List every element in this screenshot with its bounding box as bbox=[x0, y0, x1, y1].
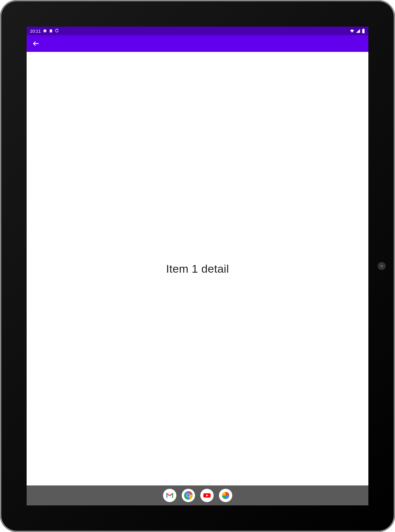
tablet-camera bbox=[378, 262, 386, 270]
svg-text:A: A bbox=[44, 30, 46, 32]
back-button[interactable] bbox=[31, 38, 41, 49]
chrome-icon bbox=[184, 491, 193, 500]
svg-point-11 bbox=[187, 494, 190, 497]
dock-app-photos[interactable] bbox=[219, 489, 232, 502]
screen: 10:11 A bbox=[27, 27, 368, 505]
tablet-frame: 10:11 A bbox=[0, 0, 395, 532]
status-bar: 10:11 A bbox=[27, 27, 368, 35]
status-bar-right bbox=[350, 29, 365, 33]
dock-app-youtube[interactable] bbox=[200, 489, 214, 502]
content-area: Item 1 detail bbox=[27, 52, 368, 485]
svg-rect-3 bbox=[362, 29, 365, 33]
signal-icon bbox=[356, 29, 360, 33]
dock-app-chrome[interactable] bbox=[182, 489, 195, 502]
app-bar bbox=[27, 35, 368, 52]
svg-rect-7 bbox=[166, 493, 167, 498]
battery-icon bbox=[362, 29, 365, 33]
youtube-icon bbox=[203, 491, 211, 500]
sync-icon bbox=[55, 29, 59, 33]
arrow-back-icon bbox=[32, 40, 40, 47]
detail-text: Item 1 detail bbox=[166, 262, 229, 275]
svg-rect-4 bbox=[363, 29, 364, 29]
card-icon bbox=[49, 29, 53, 33]
photos-icon bbox=[221, 491, 230, 500]
gmail-icon bbox=[166, 491, 174, 499]
dock-app-gmail[interactable] bbox=[163, 489, 176, 502]
auto-rotate-icon: A bbox=[43, 29, 47, 33]
wifi-icon bbox=[350, 29, 354, 33]
status-bar-left: 10:11 A bbox=[30, 29, 59, 34]
svg-rect-8 bbox=[172, 493, 173, 498]
svg-rect-2 bbox=[50, 30, 52, 33]
navigation-bar bbox=[27, 485, 368, 505]
status-time: 10:11 bbox=[30, 29, 41, 34]
